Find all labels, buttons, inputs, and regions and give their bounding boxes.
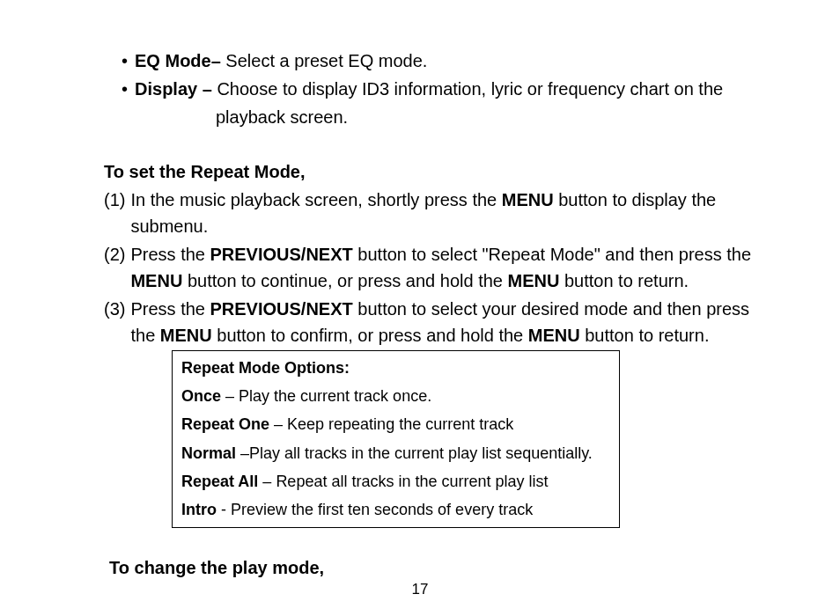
text: button to select "Repeat Mode" and then …	[353, 245, 751, 264]
option-desc: Repeat all tracks in the current play li…	[276, 473, 548, 490]
text: Press the	[130, 299, 210, 319]
page-number: 17	[0, 578, 840, 601]
text: Press the	[130, 245, 210, 264]
option-name: Once	[181, 387, 221, 405]
bullet-text: Select a preset EQ mode.	[221, 51, 428, 70]
repeat-mode-options-box: Repeat Mode Options: Once – Play the cur…	[172, 350, 620, 528]
option-desc: Preview the first ten seconds of every t…	[231, 501, 533, 518]
option-repeat-one: Repeat One – Keep repeating the current …	[181, 414, 610, 435]
option-once: Once – Play the current track once.	[181, 385, 610, 407]
option-sep: –	[236, 444, 249, 462]
option-normal: Normal –Play all tracks in the current p…	[181, 443, 610, 464]
option-name: Intro	[181, 501, 217, 518]
text: In the music playback screen, shortly pr…	[130, 190, 501, 209]
bullet-list: • EQ Mode– Select a preset EQ mode. • Di…	[88, 48, 752, 130]
option-repeat-all: Repeat All – Repeat all tracks in the cu…	[181, 471, 610, 492]
step-marker: (2)	[104, 241, 125, 294]
options-title: Repeat Mode Options:	[181, 356, 610, 380]
text: button to return.	[580, 326, 710, 345]
option-desc: Keep repeating the current track	[287, 415, 513, 433]
step-3: (3) Press the PREVIOUS/NEXT button to se…	[104, 296, 752, 348]
menu-label: MENU	[130, 271, 182, 290]
step-content: In the music playback screen, shortly pr…	[130, 187, 752, 239]
step-marker: (3)	[104, 296, 125, 348]
menu-label: MENU	[528, 326, 580, 345]
menu-label: MENU	[502, 190, 554, 209]
text: button to continue, or press and hold th…	[182, 271, 507, 290]
option-name: Repeat All	[181, 473, 258, 490]
option-sep: –	[258, 473, 276, 490]
bullet-marker: •	[122, 76, 128, 102]
step-marker: (1)	[104, 187, 125, 239]
step-content: Press the PREVIOUS/NEXT button to select…	[130, 241, 752, 294]
bullet-content: EQ Mode– Select a preset EQ mode.	[135, 48, 752, 74]
text: button to return.	[559, 271, 689, 290]
option-intro: Intro - Preview the first ten seconds of…	[181, 499, 610, 520]
option-sep: -	[217, 501, 231, 518]
option-name: Repeat One	[181, 415, 269, 433]
step-content: Press the PREVIOUS/NEXT button to select…	[130, 296, 752, 348]
bullet-item-eq-mode: • EQ Mode– Select a preset EQ mode.	[122, 48, 752, 74]
bullet-item-display: • Display – Choose to display ID3 inform…	[122, 76, 752, 102]
bullet-text: Choose to display ID3 information, lyric…	[212, 79, 723, 99]
menu-label: MENU	[507, 271, 559, 290]
heading-repeat-mode: To set the Repeat Mode,	[88, 158, 752, 185]
option-name: Normal	[181, 444, 236, 462]
prevnext-label: PREVIOUS/NEXT	[210, 245, 353, 264]
option-desc: Play the current track once.	[239, 387, 431, 405]
bullet-content: Display – Choose to display ID3 informat…	[135, 76, 752, 102]
step-1: (1) In the music playback screen, shortl…	[104, 187, 752, 239]
text: button to confirm, or press and hold the	[212, 326, 528, 345]
step-2: (2) Press the PREVIOUS/NEXT button to se…	[104, 241, 752, 294]
bullet-continuation: playback screen.	[122, 104, 752, 130]
bullet-marker: •	[122, 48, 128, 74]
numbered-list: (1) In the music playback screen, shortl…	[88, 187, 752, 348]
menu-label: MENU	[160, 326, 212, 345]
option-desc: Play all tracks in the current play list…	[249, 444, 593, 462]
option-sep: –	[221, 387, 239, 405]
prevnext-label: PREVIOUS/NEXT	[210, 299, 353, 319]
bullet-label: Display –	[135, 79, 212, 99]
option-sep: –	[269, 415, 287, 433]
bullet-label: EQ Mode–	[135, 51, 221, 70]
